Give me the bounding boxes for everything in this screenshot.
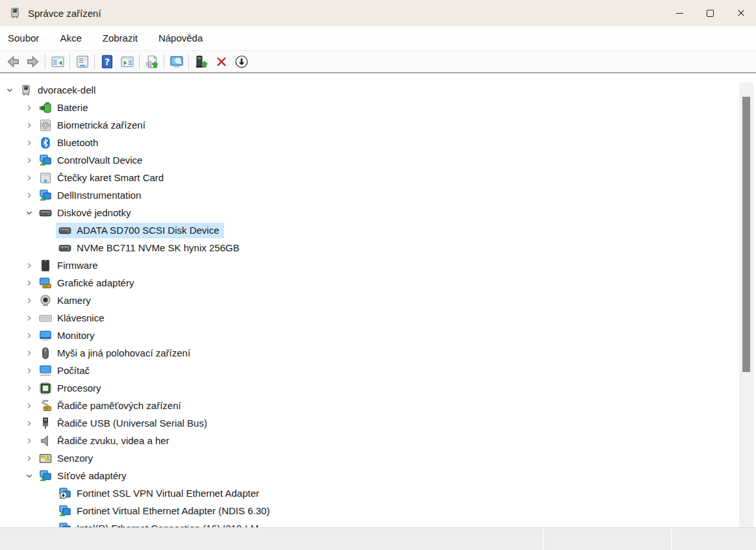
tree-item-dellinstrumentation[interactable]: DellInstrumentation [0,186,756,204]
tree-item-storage-controllers[interactable]: Řadiče paměťových zařízení [0,397,756,414]
tree-item-biometric[interactable]: Biometrická zařízení [0,116,756,134]
help-button[interactable] [97,53,117,71]
tree-item-sound-controllers[interactable]: Řadiče zvuku, videa a her [0,432,756,449]
forward-button[interactable] [23,53,43,71]
scan-hardware-changes-button[interactable] [142,53,162,71]
titlebar: Správce zařízení [0,0,756,26]
tree-item-keyboards[interactable]: Klávesnice [0,309,756,327]
tree-item-smartcard-readers[interactable]: Čtečky karet Smart Card [0,169,756,186]
menu-file[interactable]: Soubor [8,28,45,48]
update-driver-icon [194,55,208,69]
storage-controller-icon [39,399,52,412]
tree-item-display-adapters[interactable]: Grafické adaptéry [0,274,756,292]
tree-item-cameras[interactable]: Kamery [0,292,756,309]
tree-item-nvme-bc711[interactable]: NVMe BC711 NVMe SK hynix 256GB [0,239,756,256]
close-button[interactable] [725,0,756,26]
minimize-icon [676,13,683,14]
update-driver-button[interactable] [191,53,211,71]
disable-device-button[interactable] [231,53,251,71]
disk-drive-icon [58,242,71,255]
action-pane-icon [120,55,134,69]
remote-computer-search-button[interactable] [166,53,186,71]
device-tree-pane: dvoracek-dell Baterie Biometrická zaříze… [0,73,756,527]
menubar: Soubor Akce Zobrazit Nápověda [0,26,756,51]
menu-view[interactable]: Zobrazit [96,28,144,48]
computer-icon [19,84,32,97]
tree-item-controlvault[interactable]: ControlVault Device [0,151,756,169]
tree-item-monitors[interactable]: Monitory [0,327,756,344]
show-console-tree-icon [51,55,65,69]
processor-icon [39,382,52,395]
back-button[interactable] [3,53,23,71]
tree-item-firmware[interactable]: Firmware [0,256,756,274]
tree-item-bluetooth[interactable]: Bluetooth [0,134,756,151]
device-manager-app-icon [8,6,21,19]
tree-item-batteries[interactable]: Baterie [0,99,756,116]
status-strip [0,527,756,550]
scan-hardware-changes-icon [145,55,159,69]
scrollbar-thumb[interactable] [742,97,750,372]
computer-monitor-icon [39,364,52,377]
action-pane-button[interactable] [117,53,137,71]
keyboard-icon [39,312,52,325]
tree-item-computer[interactable]: Počítač [0,362,756,379]
display-adapter-icon [39,277,52,290]
tree-item-fortinet-ssl-vpn[interactable]: Fortinet SSL VPN Virtual Ethernet Adapte… [0,484,756,502]
toolbar-separator [139,54,140,69]
toolbar-separator [164,54,164,69]
disable-device-icon [234,55,249,69]
tree-item-adata-sd700[interactable]: ADATA SD700 SCSI Disk Device [0,221,756,239]
remote-computer-search-icon [170,55,184,69]
battery-icon [39,101,52,114]
system-device-icon [39,189,52,202]
tree-item-intel-ethernet[interactable]: Intel(R) Ethernet Connection (16) I219-L… [0,519,756,527]
disk-drive-icon [39,206,52,219]
show-console-tree-button[interactable] [47,53,68,71]
sensor-icon [39,452,52,465]
forward-icon [26,55,40,69]
monitor-icon [39,329,52,342]
maximize-icon [707,10,714,17]
toolbar-separator [45,54,45,69]
network-adapter-icon [58,522,71,528]
window-controls [664,0,756,26]
minimize-button[interactable] [664,0,695,26]
tree-item-mice[interactable]: Myši a jiná polohovací zařízení [0,344,756,362]
network-adapter-icon [58,505,71,518]
toolbar-separator [188,54,189,69]
properties-icon [75,55,90,69]
toolbar-separator [94,54,95,69]
maximize-button[interactable] [695,0,725,26]
menu-help[interactable]: Nápověda [152,28,209,48]
status-strip-divider [542,529,544,550]
tree-item-computer-root[interactable]: dvoracek-dell [0,81,756,99]
disk-drive-icon [58,224,71,237]
toolbar-separator [69,54,70,69]
tree-item-fortinet-virtual[interactable]: Fortinet Virtual Ethernet Adapter (NDIS … [0,502,756,519]
fingerprint-icon [39,119,52,132]
mouse-icon [39,347,52,360]
network-adapter-disabled-icon [58,487,71,500]
device-manager-window: Správce zařízení Soubor Akce Zobrazit Ná… [0,0,756,550]
back-icon [6,55,20,69]
network-adapter-icon [39,469,52,482]
tree-item-processors[interactable]: Procesory [0,379,756,397]
tree-item-sensors[interactable]: Senzory [0,449,756,467]
audio-controller-icon [39,434,52,447]
uninstall-device-icon [214,55,229,69]
camera-icon [39,294,52,307]
system-device-icon [39,154,52,167]
tree-item-usb-controllers[interactable]: Řadiče USB (Universal Serial Bus) [0,414,756,432]
help-icon [100,55,114,69]
tree-item-disk-drives[interactable]: Diskové jednotky [0,204,756,221]
usb-controller-icon [39,417,52,430]
properties-button[interactable] [72,53,92,71]
toolbar [0,51,756,73]
vertical-scrollbar[interactable] [739,82,753,527]
firmware-chip-icon [39,259,52,272]
window-title: Správce zařízení [28,8,101,19]
menu-action[interactable]: Akce [53,28,88,48]
bluetooth-icon [39,136,52,149]
tree-item-network-adapters[interactable]: Síťové adaptéry [0,467,756,484]
uninstall-device-button[interactable] [211,53,231,71]
